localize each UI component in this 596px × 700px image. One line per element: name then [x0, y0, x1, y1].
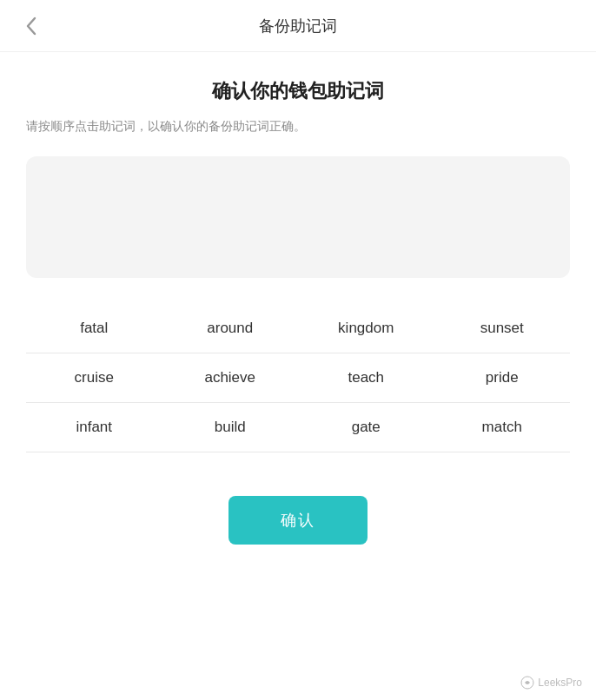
- word-text-kingdom: kingdom: [338, 320, 394, 337]
- watermark-text: LeeksPro: [538, 677, 582, 689]
- word-cell-infant[interactable]: infant: [26, 403, 162, 452]
- word-text-pride: pride: [486, 369, 519, 386]
- word-cell-fatal[interactable]: fatal: [26, 304, 162, 353]
- word-text-achieve: achieve: [204, 369, 255, 386]
- word-text-build: build: [215, 419, 246, 436]
- word-cell-pride[interactable]: pride: [434, 353, 571, 403]
- watermark-icon: [520, 676, 534, 690]
- watermark: LeeksPro: [520, 676, 582, 690]
- word-input-area: [26, 156, 570, 278]
- confirm-button-wrapper: 确认: [26, 487, 570, 545]
- word-text-gate: gate: [352, 419, 381, 436]
- word-cell-sunset[interactable]: sunset: [434, 304, 571, 353]
- word-text-infant: infant: [76, 419, 112, 436]
- main-content: 确认你的钱包助记词 请按顺序点击助记词，以确认你的备份助记词正确。 fatal …: [0, 52, 596, 562]
- word-cell-achieve[interactable]: achieve: [162, 353, 299, 403]
- page-title: 确认你的钱包助记词: [26, 78, 570, 104]
- word-cell-gate[interactable]: gate: [298, 403, 434, 452]
- word-text-cruise: cruise: [75, 369, 114, 386]
- words-grid: fatal around kingdom sunset cruise achie…: [26, 304, 570, 452]
- word-text-sunset: sunset: [480, 320, 524, 337]
- word-text-match: match: [482, 419, 522, 436]
- header-title: 备份助记词: [259, 16, 337, 36]
- word-text-fatal: fatal: [80, 320, 108, 337]
- word-cell-teach[interactable]: teach: [298, 353, 434, 403]
- page-description: 请按顺序点击助记词，以确认你的备份助记词正确。: [26, 116, 570, 135]
- word-text-teach: teach: [348, 369, 384, 386]
- header: 备份助记词: [0, 0, 596, 52]
- confirm-button[interactable]: 确认: [228, 496, 368, 545]
- word-cell-around[interactable]: around: [162, 304, 299, 353]
- back-button[interactable]: [17, 12, 45, 40]
- word-cell-build[interactable]: build: [162, 403, 299, 452]
- word-cell-match[interactable]: match: [434, 403, 571, 452]
- word-text-around: around: [207, 320, 253, 337]
- word-cell-kingdom[interactable]: kingdom: [298, 304, 434, 353]
- word-cell-cruise[interactable]: cruise: [26, 353, 162, 403]
